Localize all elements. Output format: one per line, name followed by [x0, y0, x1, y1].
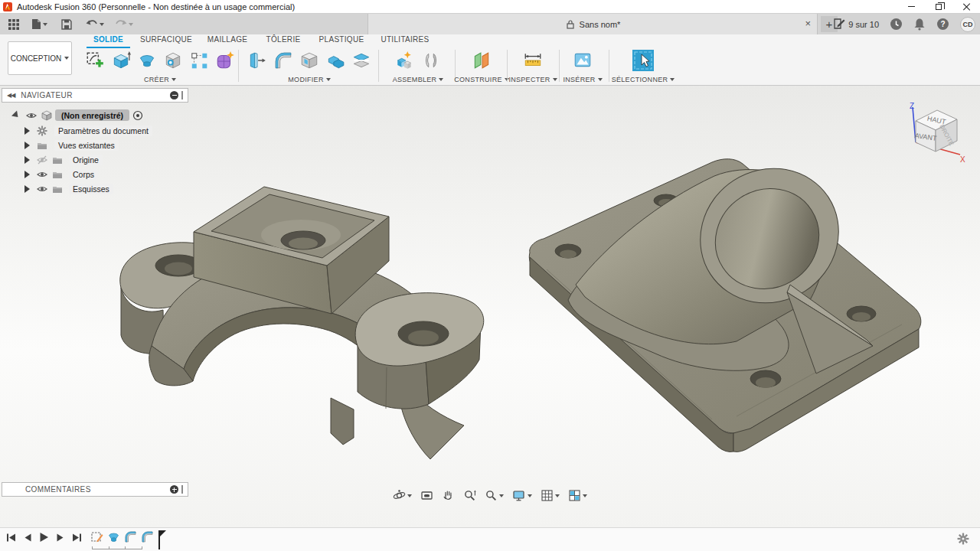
group-label-inserer[interactable]: INSÉRER: [563, 76, 602, 84]
step-forward-icon[interactable]: [56, 533, 65, 543]
tab-plastique[interactable]: PLASTIQUE: [318, 35, 365, 47]
pan-button[interactable]: [440, 488, 456, 503]
group-label-modifier[interactable]: MODIFIER: [288, 76, 330, 84]
save-button[interactable]: [59, 18, 74, 31]
minimize-button[interactable]: [897, 0, 925, 14]
timeline-bar: [0, 527, 980, 551]
help-icon[interactable]: ?: [936, 18, 949, 31]
pattern-icon[interactable]: [189, 51, 209, 70]
visibility-eye-icon[interactable]: [37, 169, 47, 180]
tree-item-origin[interactable]: Origine: [24, 152, 103, 167]
activate-target-icon[interactable]: [132, 110, 143, 121]
group-label-inspecter[interactable]: INSPECTER: [508, 76, 557, 84]
tab-maillage[interactable]: MAILLAGE: [204, 35, 251, 47]
comments-expand-icon[interactable]: [170, 485, 178, 494]
notifications-bell-icon[interactable]: [913, 18, 926, 31]
look-at-button[interactable]: [419, 488, 435, 503]
file-menu-button[interactable]: [29, 17, 50, 31]
navigator-header[interactable]: ◀◀ NAVIGATEUR: [2, 88, 188, 103]
select-icon[interactable]: [632, 49, 655, 72]
tab-tolerie[interactable]: TÔLERIE: [262, 35, 305, 47]
fillet-icon[interactable]: [273, 51, 293, 70]
step-back-icon[interactable]: [23, 533, 32, 543]
app-grid-button[interactable]: [6, 18, 21, 31]
expand-arrow-icon[interactable]: [24, 185, 30, 193]
new-component-icon[interactable]: [395, 51, 415, 70]
hole-icon[interactable]: [163, 51, 183, 70]
feature-fillet-icon[interactable]: [124, 530, 137, 543]
part-flange-mount[interactable]: [529, 142, 921, 452]
revolve-icon[interactable]: [137, 51, 157, 70]
expand-arrow-icon[interactable]: [24, 127, 30, 135]
job-status-button[interactable]: 9 sur 10: [833, 18, 879, 30]
shell-icon[interactable]: [299, 51, 319, 70]
go-to-end-icon[interactable]: [72, 533, 82, 543]
root-expand-icon[interactable]: [11, 110, 21, 119]
title-bar: Autodesk Fusion 360 (Personnelle - Non d…: [0, 0, 980, 14]
tree-item-label: Esquisses: [69, 184, 113, 194]
display-settings-button[interactable]: [511, 488, 534, 503]
close-button[interactable]: [952, 0, 980, 14]
extension-time-icon[interactable]: [890, 18, 903, 31]
press-pull-icon[interactable]: [247, 51, 267, 70]
undo-button[interactable]: [83, 18, 106, 31]
construction-plane-icon[interactable]: [471, 51, 492, 70]
viewport-canvas[interactable]: ◀◀ NAVIGATEUR (Non enregistré) Paramètre…: [0, 86, 980, 527]
expand-arrow-icon[interactable]: [24, 171, 30, 178]
tree-item-bodies[interactable]: Corps: [24, 167, 98, 181]
joint-icon[interactable]: [421, 51, 441, 70]
part-bearing-cap[interactable]: [120, 187, 484, 459]
grid-snaps-button[interactable]: [539, 488, 561, 503]
comments-panel-header[interactable]: COMMENTAIRES: [2, 482, 188, 497]
feature-revolve-icon[interactable]: [107, 530, 120, 543]
combine-icon[interactable]: [325, 51, 345, 70]
panel-grip-handle[interactable]: [181, 91, 183, 99]
display-settings-icon: [512, 489, 526, 502]
group-label-creer[interactable]: CRÉER: [144, 76, 176, 84]
tree-item-root[interactable]: (Non enregistré): [12, 108, 143, 122]
tab-solide[interactable]: SOLIDE: [87, 35, 130, 47]
tree-item-named-views[interactable]: Vues existantes: [24, 138, 119, 152]
tree-item-sketches[interactable]: Esquisses: [24, 181, 113, 196]
timeline-settings-gear-icon[interactable]: [957, 533, 969, 545]
tab-close-button[interactable]: ×: [805, 18, 811, 29]
workspace-selector[interactable]: CONCEPTION: [8, 41, 72, 75]
extrude-icon[interactable]: [111, 51, 131, 70]
restore-button[interactable]: [925, 0, 952, 14]
split-body-icon[interactable]: [351, 51, 371, 70]
orbit-button[interactable]: [391, 488, 413, 503]
expand-arrow-icon[interactable]: [24, 156, 30, 164]
visibility-eye-icon[interactable]: [37, 184, 47, 194]
viewports-button[interactable]: [567, 488, 589, 503]
document-tab[interactable]: Sans nom* ×: [368, 14, 818, 34]
inspecter-caret-icon: [553, 78, 557, 81]
feature-fillet-icon[interactable]: [141, 530, 154, 543]
fit-button[interactable]: [483, 488, 505, 503]
view-cube[interactable]: Z X HAUT AVANT DROITE: [902, 98, 968, 168]
redo-button[interactable]: [113, 18, 136, 31]
feature-sketch-icon[interactable]: [90, 530, 103, 543]
user-avatar[interactable]: CD: [960, 17, 975, 32]
timeline-marker[interactable]: [158, 530, 167, 550]
panel-options-icon[interactable]: [170, 91, 178, 99]
collapse-panel-icon[interactable]: ◀◀: [7, 92, 15, 99]
group-label-assembler[interactable]: ASSEMBLER: [393, 76, 444, 84]
tree-item-document-settings[interactable]: Paramètres du document: [24, 123, 152, 138]
comments-grip-handle[interactable]: [181, 485, 183, 494]
group-label-construire[interactable]: CONSTRUIRE: [454, 76, 509, 84]
group-label-selectionner[interactable]: SÉLECTIONNER: [612, 76, 675, 84]
play-icon[interactable]: [39, 532, 49, 543]
close-icon: [963, 3, 970, 10]
create-sketch-icon[interactable]: [85, 51, 105, 70]
visibility-eye-off-icon[interactable]: [37, 155, 47, 165]
tab-utilitaires[interactable]: UTILITAIRES: [380, 35, 430, 47]
insert-image-icon[interactable]: [572, 51, 593, 70]
root-visibility-eye-icon[interactable]: [26, 110, 37, 121]
zoom-button[interactable]: [462, 488, 478, 503]
root-document-label[interactable]: (Non enregistré): [55, 109, 129, 121]
expand-arrow-icon[interactable]: [24, 142, 30, 149]
measure-icon[interactable]: [522, 51, 544, 70]
go-to-start-icon[interactable]: [6, 533, 16, 543]
create-form-icon[interactable]: [215, 51, 235, 70]
tab-surfacique[interactable]: SURFACIQUE: [139, 35, 193, 47]
